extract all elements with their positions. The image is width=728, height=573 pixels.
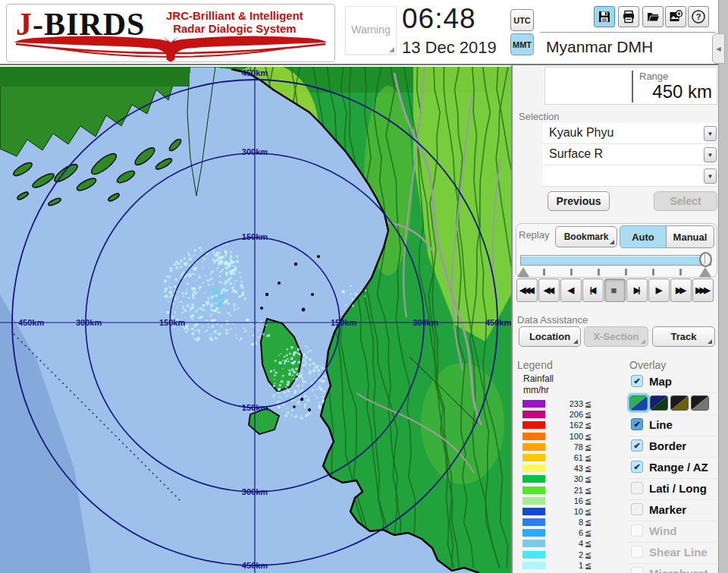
ring-label: 300km (242, 487, 268, 496)
legend-row: 100≦ (522, 432, 606, 442)
legend-row: 6≦ (522, 528, 606, 539)
chevron-down-icon[interactable]: ▼ (704, 147, 717, 162)
map-style-swatch-3[interactable] (670, 395, 689, 411)
panel-scrollbar[interactable] (718, 0, 728, 573)
legend-unit: Rainfall mm/hr (523, 373, 554, 396)
data-assistance-label: Data Assistance (517, 314, 588, 326)
ring-label: 450km (242, 68, 268, 77)
product-dropdown[interactable]: Surface R ▼ (543, 144, 719, 165)
site-dropdown[interactable]: Kyauk Phyu ▼ (543, 123, 719, 144)
play-button[interactable]: ▶ (648, 279, 670, 302)
overlay-row-border: ✔Border (628, 436, 717, 458)
overlay-item-label: Marker (649, 503, 686, 516)
play-reverse-button[interactable]: ◀ (560, 279, 582, 302)
legend-row: 162≦ (522, 420, 606, 431)
step-back-button[interactable]: |◀ (582, 279, 604, 302)
checkbox-line[interactable]: ✔ (631, 418, 643, 430)
rainfall-legend: 233≦206≦162≦100≦78≦61≦43≦30≦21≦16≦10≦8≦6… (522, 399, 606, 571)
fastest-forward-button[interactable]: ▶▶▶ (692, 279, 714, 302)
overlay-item-label: Border (649, 439, 686, 452)
x-section-button[interactable]: X-Section (584, 326, 648, 347)
print-button[interactable] (618, 6, 639, 27)
map-style-swatch-1[interactable] (629, 395, 648, 411)
corner-arrow-icon (641, 339, 645, 344)
legend-row: 78≦ (522, 442, 606, 453)
option-dropdown[interactable]: ▼ (543, 165, 719, 187)
selection-label: Selection (519, 111, 559, 122)
ring-label: 150km (331, 318, 356, 327)
checkbox-map[interactable]: ✔ (631, 375, 643, 387)
corner-arrow-icon (708, 339, 712, 344)
range-display: Range 450 km (544, 67, 717, 105)
legend-value: 2 (548, 550, 583, 559)
location-button[interactable]: Location (519, 326, 581, 347)
checkbox-marker[interactable] (631, 503, 643, 515)
fast-forward-button[interactable]: ▶▶ (670, 279, 692, 302)
legend-value: 4 (548, 539, 583, 548)
previous-button[interactable]: Previous (548, 191, 610, 211)
ring-label: 450km (18, 318, 44, 327)
overlay-row-map: ✔Map (628, 372, 717, 393)
legend-color-swatch (522, 433, 545, 440)
warning-indicator[interactable]: Warning (345, 6, 397, 55)
station-name: Myanmar DMH (546, 38, 653, 56)
image-plus-icon (669, 10, 683, 24)
open-file-button[interactable] (642, 6, 664, 27)
legend-suffix: ≦ (585, 507, 592, 517)
svg-text:?: ? (696, 12, 701, 21)
overlay-item-label: Microburst (649, 567, 708, 573)
chevron-down-icon[interactable]: ▼ (704, 126, 717, 141)
fast-rewind-button[interactable]: ◀◀◀ (516, 279, 538, 302)
map-style-swatch-4[interactable] (691, 395, 709, 411)
folder-icon (646, 10, 660, 24)
checkbox-lati-long[interactable] (631, 482, 643, 494)
slider-tick (598, 269, 600, 275)
legend-row: 30≦ (522, 474, 606, 485)
map-style-swatch-2[interactable] (650, 395, 668, 411)
save-button[interactable] (594, 6, 615, 27)
radar-map[interactable]: 450km300km150km150km300km450km450km300km… (0, 67, 511, 573)
checkbox-wind[interactable] (631, 524, 643, 537)
legend-color-swatch (522, 486, 545, 494)
auto-button[interactable]: Auto (620, 225, 667, 248)
replay-slider-handle[interactable] (699, 252, 712, 267)
legend-color-swatch (522, 421, 545, 429)
snapshot-button[interactable] (665, 6, 686, 27)
step-forward-button[interactable]: ▶| (626, 279, 648, 302)
track-button[interactable]: Track (652, 326, 715, 347)
utc-button[interactable]: UTC (510, 9, 534, 31)
floppy-icon (598, 10, 611, 24)
overlay-row-lati-long: Lati / Long (628, 479, 717, 500)
overlay-item-label: Range / AZ (649, 461, 708, 474)
panel-collapse-tab[interactable]: ◀ (712, 33, 725, 64)
overlay-row-microburst: Microburst (628, 564, 717, 573)
checkbox-shear-line[interactable] (631, 546, 643, 558)
legend-row: 4≦ (522, 539, 606, 549)
replay-slider-track[interactable] (520, 255, 711, 266)
rewind-button[interactable]: ◀◀ (538, 279, 560, 302)
legend-value: 30 (548, 474, 583, 483)
legend-value: 100 (548, 432, 583, 441)
select-button[interactable]: Select (654, 191, 717, 211)
bookmark-button[interactable]: Bookmark (555, 226, 617, 247)
checkbox-range-az[interactable]: ✔ (631, 461, 643, 473)
clock-time: 06:48 (402, 3, 476, 35)
legend-row: 8≦ (522, 518, 606, 528)
corner-arrow-icon (573, 339, 578, 344)
slider-end-marker (699, 267, 711, 277)
radar-map-canvas: 450km300km150km150km300km450km450km300km… (0, 67, 511, 573)
legend-row: 21≦ (522, 486, 606, 496)
manual-button[interactable]: Manual (666, 225, 714, 248)
checkbox-microburst[interactable] (631, 567, 643, 573)
legend-suffix: ≦ (585, 420, 592, 430)
help-button[interactable]: ? (688, 6, 709, 27)
chevron-down-icon[interactable]: ▼ (704, 168, 717, 184)
mmt-button[interactable]: MMT (510, 33, 534, 55)
checkbox-border[interactable]: ✔ (631, 439, 643, 452)
overlay-label: Overlay (629, 359, 666, 371)
stop-button[interactable]: ■ (604, 279, 626, 302)
legend-value: 6 (548, 528, 583, 537)
replay-label: Replay (519, 229, 549, 241)
legend-row: 61≦ (522, 453, 606, 464)
slider-tick (543, 269, 545, 275)
